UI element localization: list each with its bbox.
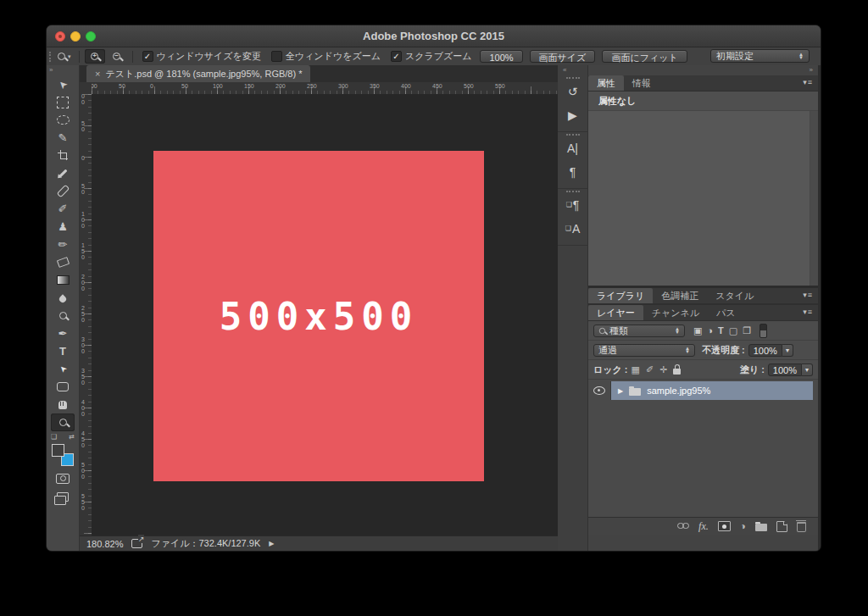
screen-mode-button[interactable] <box>51 487 75 505</box>
lock-all-icon[interactable] <box>673 369 681 375</box>
fill-screen-button[interactable]: 画面にフィット <box>602 50 687 63</box>
quick-selection-tool[interactable]: ✎ <box>51 129 75 147</box>
close-tab-icon[interactable]: × <box>95 69 100 79</box>
document-tab[interactable]: × テスト.psd @ 181% (sample.jpg95%, RGB/8) … <box>86 65 310 82</box>
checkbox-unchecked-icon[interactable] <box>271 51 282 62</box>
character-panel-button[interactable]: A| <box>562 137 584 159</box>
new-adjustment-layer-icon[interactable]: ◑ <box>740 522 746 530</box>
tab-library[interactable]: ライブラリ <box>588 288 653 303</box>
layer-filter-select[interactable]: 種類 ▲▼ <box>593 325 685 337</box>
layer-row[interactable]: ▶ sample.jpg95% <box>588 381 818 400</box>
scrollbar[interactable] <box>810 111 818 286</box>
layer-visibility-cell[interactable] <box>588 381 611 400</box>
fill-control[interactable]: 100% ▼ <box>768 363 813 376</box>
swap-colors-icon[interactable]: ❏⇄ <box>47 431 79 441</box>
paragraph-panel-button[interactable]: ¶ <box>562 161 584 183</box>
history-brush-tool[interactable]: ✏ <box>51 236 75 253</box>
link-layers-icon[interactable] <box>677 523 689 530</box>
layer-style-fx-icon[interactable]: fx. <box>698 520 709 533</box>
lock-pixels-icon[interactable]: ✐ <box>646 364 654 375</box>
blur-tool[interactable] <box>51 289 75 307</box>
eraser-tool[interactable] <box>51 253 75 271</box>
zoom-tool[interactable] <box>51 413 75 431</box>
pen-tool[interactable]: ✒ <box>51 325 75 342</box>
paragraph-styles-panel-button[interactable]: ¶ <box>562 194 584 216</box>
eyedropper-tool[interactable] <box>51 164 75 182</box>
chevron-down-icon[interactable]: ▼ <box>782 344 793 357</box>
default-colors-icon[interactable]: ❏ <box>51 433 57 441</box>
zoom-percentage-field[interactable]: 180.82% <box>86 539 123 549</box>
lasso-tool[interactable] <box>51 111 75 129</box>
path-selection-tool[interactable]: ➤ <box>51 360 75 378</box>
status-menu-arrow-icon[interactable]: ▶ <box>269 540 274 547</box>
new-layer-icon[interactable] <box>776 521 787 532</box>
tab-channels[interactable]: チャンネル <box>643 305 708 320</box>
zoom-in-mode-button[interactable] <box>85 49 105 64</box>
history-panel-button[interactable]: ↺ <box>562 80 584 103</box>
zoom-out-mode-button[interactable] <box>107 49 127 64</box>
tab-styles[interactable]: スタイル <box>707 288 762 303</box>
chevron-down-icon[interactable]: ▼ <box>802 363 813 376</box>
foreground-color-swatch[interactable] <box>52 444 64 457</box>
shape-tool[interactable] <box>51 378 75 396</box>
crop-tool[interactable] <box>51 147 75 164</box>
new-group-icon[interactable] <box>755 524 767 531</box>
tab-adjustments[interactable]: 色調補正 <box>653 288 707 303</box>
move-tool[interactable]: ➤ <box>51 75 75 93</box>
lock-position-icon[interactable]: ✛ <box>659 364 667 375</box>
tab-attributes[interactable]: 属性 <box>588 75 624 91</box>
panel-menu-icon[interactable]: ▾≡ <box>803 308 813 316</box>
scrubby-zoom-checkbox-row[interactable]: ✓ スクラブズーム <box>391 50 472 63</box>
layer-filtering-toggle[interactable] <box>760 324 767 338</box>
share-export-icon[interactable] <box>131 539 142 548</box>
zoom-all-windows-checkbox-row[interactable]: 全ウィンドウをズーム <box>271 50 381 63</box>
dock-grip[interactable] <box>566 191 580 192</box>
filter-adjustment-layers-icon[interactable]: ◑ <box>707 325 713 336</box>
type-tool[interactable]: T <box>51 342 75 360</box>
spot-healing-tool[interactable] <box>51 182 75 200</box>
dock-grip[interactable] <box>566 77 580 79</box>
fill-value[interactable]: 100% <box>768 363 802 376</box>
quick-mask-button[interactable] <box>51 469 75 487</box>
filter-smart-objects-icon[interactable]: ❐ <box>743 325 751 336</box>
clone-stamp-tool[interactable]: ♟ <box>51 218 75 236</box>
fit-screen-button[interactable]: 画面サイズ <box>530 50 596 63</box>
canvas-area[interactable]: 500x500 <box>92 94 558 536</box>
opacity-control[interactable]: 100% ▼ <box>748 344 793 357</box>
tab-paths[interactable]: パス <box>708 305 744 320</box>
brush-tool[interactable]: ✐ <box>51 200 75 218</box>
opacity-value[interactable]: 100% <box>748 344 782 357</box>
panel-menu-icon[interactable]: ▾≡ <box>803 78 813 86</box>
checkbox-checked-icon[interactable]: ✓ <box>142 51 153 62</box>
tab-info[interactable]: 情報 <box>624 75 659 91</box>
gradient-tool[interactable] <box>51 271 75 289</box>
delete-layer-icon[interactable] <box>797 522 806 532</box>
dock-grip[interactable] <box>566 134 580 136</box>
marquee-tool[interactable] <box>51 93 75 111</box>
filter-type-layers-icon[interactable]: T <box>718 325 724 336</box>
zoom-100-button[interactable]: 100% <box>480 50 522 63</box>
selected-layer-group[interactable]: ▶ sample.jpg95% <box>611 381 813 400</box>
toolbar-collapse-icon[interactable]: » <box>47 65 79 75</box>
filter-shape-layers-icon[interactable]: ▢ <box>729 325 737 336</box>
tool-preset-picker[interactable]: ▾ <box>54 53 75 60</box>
resize-windows-checkbox-row[interactable]: ✓ ウィンドウサイズを変更 <box>142 50 261 63</box>
add-layer-mask-icon[interactable] <box>718 521 731 531</box>
dock-collapse-icon[interactable]: « <box>558 65 587 75</box>
panels-collapse-icon[interactable]: » <box>588 65 818 75</box>
quick-selection-tool-icon: ✎ <box>58 131 68 144</box>
panel-menu-icon[interactable]: ▾≡ <box>803 291 813 299</box>
actions-panel-button[interactable]: ▶ <box>562 104 584 126</box>
image-500x500[interactable]: 500x500 <box>153 151 484 481</box>
options-bar-grip[interactable] <box>49 52 51 62</box>
blend-mode-select[interactable]: 通過 ▲▼ <box>593 344 695 357</box>
workspace-preset-select[interactable]: 初期設定 ▲▼ <box>710 49 810 63</box>
disclosure-triangle-icon[interactable]: ▶ <box>618 387 623 395</box>
filter-pixel-layers-icon[interactable]: ▣ <box>693 325 702 336</box>
character-styles-panel-button[interactable]: A <box>562 218 584 240</box>
tab-layers[interactable]: レイヤー <box>588 305 643 320</box>
hand-tool[interactable] <box>51 396 75 413</box>
checkbox-checked-icon[interactable]: ✓ <box>391 51 402 62</box>
lock-transparency-icon[interactable]: ▦ <box>632 364 640 375</box>
dodge-tool[interactable] <box>51 307 75 325</box>
